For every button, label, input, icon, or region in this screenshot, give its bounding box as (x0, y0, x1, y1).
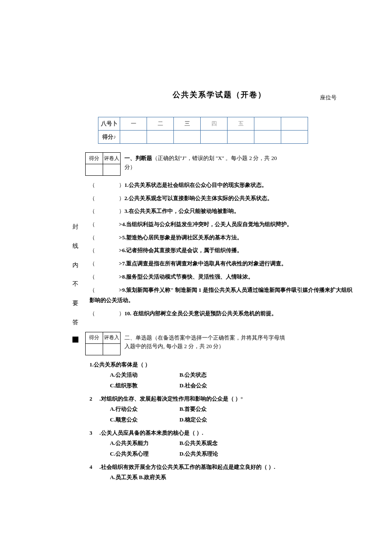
q-text: 3.在公共关系工作中，公众只能被动地被影响。 (124, 208, 239, 214)
tf-q3: （）3.在公共关系工作中，公众只能被动地被影响。 (89, 206, 354, 217)
grade-marker-cell[interactable] (103, 343, 121, 355)
score-col: 五 (228, 117, 254, 131)
score-cell[interactable] (228, 131, 254, 144)
mc-q1: 1.公共关系的客体是（ ） A.公关活动 B.公关状态 C.组织形敦 D.社会公… (89, 360, 354, 391)
score-col: 三 (174, 117, 201, 131)
tf-q1: （）1.公共关系状态是社会组织在公众心目中的现实形象状态。 (89, 180, 354, 191)
q-text: >8.服务型公关活动模式节奏快、灵活性强、人情味浓。 (119, 273, 254, 280)
grade-marker-label: 评卷人 (103, 153, 121, 164)
exam-page: 座位号 公共关系学试题（开卷） 八号卜 一 二 三 四 五 得分♪ 封 线 内 … (0, 0, 392, 511)
score-cell[interactable] (254, 131, 281, 144)
score-cell[interactable] (147, 131, 174, 144)
opt-b: B.公关状态 (179, 372, 207, 378)
black-square-icon (72, 337, 78, 343)
grade-box: 得分 评卷入 (85, 332, 121, 355)
side-char: 封 (72, 218, 78, 237)
section2-header: 得分 评卷入 二、单选题（在备选答案中选择一个正确答案，并将其序号字母填入题中的… (85, 332, 354, 355)
q-text: >9.策划新闻事件乂称" 制造新闻 1 是指公共关系人员通过编造新闻事件吸引媒介… (89, 287, 352, 304)
opt-a: A.公共关系能力 (110, 440, 149, 446)
q-stem: .社会组织有效开展全方位公共关系工作的基珈和起点是建立良好的（ ）. (98, 464, 275, 470)
grade-score-label: 得分 (86, 153, 103, 164)
score-col: 二 (147, 117, 174, 131)
mc-q3: 3 .公关人员应具备的基本来质的核心是（ ）. A.公共关系能力 B.公共关系观… (89, 428, 354, 459)
grade-marker-label: 评卷入 (103, 332, 121, 343)
q-stem: .公关人员应具备的基本来质的核心是（ ）. (98, 430, 203, 436)
side-char: 答 (72, 313, 78, 332)
q-text: 1.公共关系状态是社会组织在公众心目中的现实形象状态。 (124, 182, 267, 188)
mc-q2: 2 .对组织的生存、发展起着决定性作用和影响的公众是（ ）° A.行动公众 B.… (89, 394, 354, 425)
grade-score-label: 得分 (86, 332, 103, 343)
q-num: 4 (89, 462, 98, 473)
score-col (254, 117, 281, 131)
section1-title: 一、判断题（正确的划"J"，错误的划 "X" 。每小题 2 分，共 20 分） (124, 152, 286, 172)
q-text: >7.重点调查是指在所有调查对象中选取具有代表性的对象进行调查。 (119, 260, 287, 267)
opt-c: C.组织形敦 (110, 382, 138, 389)
q-text: 10. 在组织内部树立全员公关意识是预防公共关系危机的前提。 (124, 310, 277, 317)
opt-d: D.公共关系理论 (179, 450, 218, 457)
side-char: 线 (72, 237, 78, 256)
q-text: 2.公共关系观念可以直接影响公关主体实际的公共关系状态。 (124, 195, 273, 201)
score-col: 一 (120, 117, 147, 131)
score-table: 八号卜 一 二 三 四 五 得分♪ (98, 117, 308, 144)
opt-b: B.首要公众 (179, 406, 207, 412)
tf-q4: （>4.当组织利益与公众利益发生冲突时，公关人员应自觉地为组织辩护。 (89, 219, 354, 230)
opt-c: C.顺意公众 (110, 416, 138, 423)
side-char: 要 (72, 294, 78, 313)
section1-header: 得分 评卷人 一、判断题（正确的划"J"，错误的划 "X" 。每小题 2 分，共… (85, 152, 354, 176)
tf-q9: （>9.策划新闻事件乂称" 制造新闻 1 是指公共关系人员通过编造新闻事件吸引媒… (89, 285, 354, 306)
q-text: >4.当组织利益与公众利益发生冲突时，公关人员应自觉地为组织辩护。 (119, 221, 292, 227)
opt-b: B.公共关系观念 (179, 440, 218, 446)
q-text: >6.记者招待会其直接形式是会议，属于组织传播。 (119, 247, 242, 253)
score-col (281, 117, 308, 131)
tf-q8: （>8.服务型公关活动模式节奏快、灵活性强、人情味浓。 (89, 272, 354, 282)
score-cell[interactable] (281, 131, 308, 144)
score-row1-head: 八号卜 (98, 117, 120, 131)
tf-q5: （>5.塑造热心居民形象是协调社区关系的基本方法。 (89, 232, 354, 243)
tf-q6: （>6.记者招待会其直接形式是会议，属于组织传播。 (89, 245, 354, 256)
side-char: 不 (72, 275, 78, 294)
grade-box: 得分 评卷人 (85, 152, 121, 176)
tf-q7: （>7.重点调查是指在所有调查对象中选取具有代表性的对象进行调查。 (89, 259, 354, 269)
score-cell[interactable] (174, 131, 201, 144)
q-num: 3 (89, 428, 98, 439)
opt-d: D.稳定公众 (179, 416, 207, 423)
grade-marker-cell[interactable] (103, 164, 121, 176)
section1-heading: 一、判断题 (124, 155, 152, 161)
opt-a: A.行动公众 (110, 406, 138, 412)
score-cell[interactable] (201, 131, 228, 144)
grade-score-cell[interactable] (86, 164, 103, 176)
side-char: 内 (72, 256, 78, 275)
q-num: 2 (89, 394, 98, 404)
q-text: >5.塑造热心居民形象是协调社区关系的基本方法。 (119, 234, 242, 241)
q-stem: .对组织的生存、发展起着决定性作用和影响的公众是（ ）° (98, 395, 243, 402)
opt-a: A.公关活动 (110, 372, 138, 378)
page-title: 公共关系学试题（开卷） (85, 90, 354, 100)
binding-margin: 封 线 内 不 要 答 (72, 218, 78, 343)
opt-a: A.员工关系 B.政府关系 (110, 474, 166, 480)
score-cell[interactable] (120, 131, 147, 144)
tf-q10: （）10. 在组织内部树立全员公关意识是预防公共关系危机的前提。 (89, 308, 354, 319)
opt-c: C.公共关系心理 (110, 450, 149, 457)
score-col: 四 (201, 117, 228, 131)
mc-q4: 4 .社会组织有效开展全方位公共关系工作的基珈和起点是建立良好的（ ）. A.员… (89, 462, 354, 483)
score-row2-head: 得分♪ (98, 131, 120, 144)
opt-d: D.社会公众 (179, 382, 207, 389)
seat-label: 座位号 (320, 94, 337, 102)
grade-score-cell[interactable] (86, 343, 103, 355)
section2-title: 二、单选题（在备选答案中选择一个正确答案，并将其序号字母填入题中的括号内, 每小… (124, 332, 286, 352)
tf-q2: （）2.公共关系观念可以直接影响公关主体实际的公共关系状态。 (89, 193, 354, 204)
q-stem: 1.公共关系的客体是（ ） (89, 361, 150, 368)
